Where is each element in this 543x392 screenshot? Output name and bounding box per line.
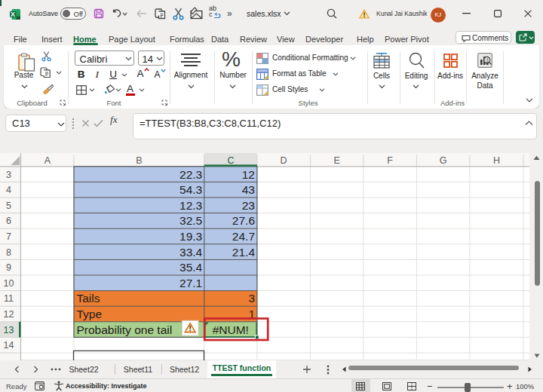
- svg-text:7: 7: [6, 231, 11, 242]
- svg-text:12.3: 12.3: [179, 199, 202, 212]
- svg-text:27.6: 27.6: [232, 214, 255, 227]
- svg-text:12: 12: [242, 168, 255, 181]
- svg-text:4: 4: [6, 185, 11, 195]
- svg-text:C: C: [227, 155, 234, 166]
- svg-text:#NUM!: #NUM!: [213, 323, 249, 336]
- svg-text:21.4: 21.4: [232, 246, 256, 259]
- svg-text:X: X: [11, 10, 16, 18]
- svg-text:35.4: 35.4: [179, 261, 203, 274]
- svg-text:43: 43: [242, 183, 255, 196]
- svg-text:33.4: 33.4: [179, 246, 203, 259]
- svg-text:23: 23: [242, 199, 255, 212]
- svg-text:27.1: 27.1: [179, 277, 202, 289]
- svg-text:6: 6: [6, 216, 11, 226]
- svg-text:Tails: Tails: [77, 292, 100, 305]
- svg-text:8: 8: [6, 247, 11, 258]
- svg-text:22.3: 22.3: [179, 168, 202, 181]
- svg-text:24.7: 24.7: [232, 230, 255, 243]
- svg-text:E: E: [333, 155, 339, 166]
- svg-text:11: 11: [4, 293, 14, 304]
- svg-text:32.5: 32.5: [179, 214, 202, 227]
- svg-text:F: F: [387, 155, 393, 166]
- svg-text:19.3: 19.3: [179, 230, 202, 243]
- svg-text:10: 10: [4, 278, 14, 289]
- svg-text:G: G: [440, 155, 447, 166]
- svg-text:B: B: [136, 155, 142, 166]
- svg-text:14: 14: [4, 340, 14, 351]
- svg-text:Type: Type: [77, 308, 103, 320]
- svg-text:54.3: 54.3: [179, 183, 202, 196]
- svg-text:D: D: [281, 155, 287, 166]
- svg-text:12: 12: [4, 309, 14, 320]
- svg-text:5: 5: [6, 201, 11, 211]
- svg-text:9: 9: [6, 262, 11, 273]
- svg-text:13: 13: [4, 325, 14, 335]
- svg-text:Probability one tail: Probability one tail: [77, 323, 173, 336]
- svg-text:3: 3: [248, 292, 255, 305]
- svg-text:3: 3: [6, 170, 11, 180]
- svg-text:A: A: [44, 155, 51, 166]
- svg-text:H: H: [493, 155, 500, 166]
